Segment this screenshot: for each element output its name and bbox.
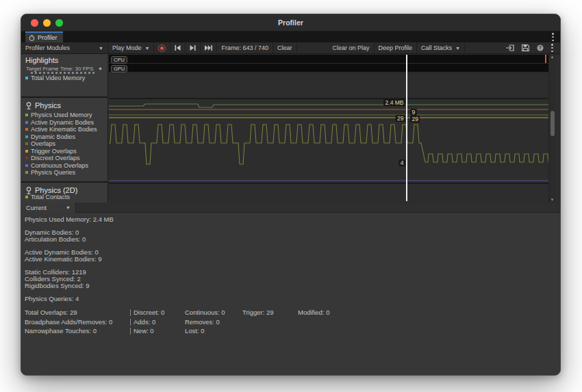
physics-title-label: Physics: [35, 101, 61, 109]
details-header: Current ▼: [21, 202, 560, 213]
target-frame-time-dropdown[interactable]: Target Frame Time: 30 FPS ▼: [21, 64, 107, 72]
clear-button-label: Clear: [277, 44, 292, 51]
load-profile-icon[interactable]: [506, 44, 514, 51]
legend-item-label: Physics Queries: [31, 169, 75, 176]
details-view-dropdown[interactable]: Current ▼: [21, 202, 76, 213]
profiler-window: Profiler Profiler Profiler Modules ▼ Pla…: [21, 14, 561, 376]
details-stat-line: Active Dynamic Bodies: 0: [25, 249, 560, 256]
table-column-divider: [130, 309, 131, 316]
details-stat-line: Articulation Bodies: 0: [25, 236, 560, 243]
legend-item[interactable]: Discreet Overlaps: [21, 155, 107, 162]
physics2d-icon: [25, 187, 32, 194]
clear-on-play-toggle[interactable]: Clear on Play: [329, 42, 375, 53]
legend-color-swatch: [25, 77, 28, 79]
frame-counter-label: Frame: 643 / 740: [221, 44, 268, 51]
last-frame-icon: [205, 45, 212, 51]
chart-vertical-scrollbar[interactable]: ▲ ▼: [548, 54, 555, 202]
chevron-down-icon: ▼: [66, 205, 71, 210]
legend-item-label: Continuous Overlaps: [31, 162, 88, 169]
record-button[interactable]: [154, 42, 170, 53]
call-stacks-label: Call Stacks: [421, 44, 452, 51]
cpu-row-badge: CPU: [111, 56, 127, 64]
play-mode-dropdown[interactable]: Play Mode ▼: [108, 42, 154, 53]
scrollbar-thumb[interactable]: [551, 111, 555, 136]
chart-plot-area[interactable]: CPU GPU 2.4 M: [109, 54, 548, 202]
legend-item[interactable]: Active Kinematic Bodies: [21, 126, 107, 133]
legend-item[interactable]: Physics Queries: [21, 169, 107, 177]
call-stacks-dropdown[interactable]: Call Stacks ▼: [417, 42, 465, 53]
tab-profiler[interactable]: Profiler: [25, 31, 63, 42]
next-frame-button[interactable]: [186, 42, 201, 53]
marker-memory: 2.4 MB: [383, 99, 405, 106]
previous-frame-icon: [175, 45, 181, 51]
details-stat-line: Physics Used Memory: 2.4 MB: [25, 216, 560, 223]
tab-context-menu-icon[interactable]: [552, 33, 554, 41]
legend-item[interactable]: Dynamic Bodies: [21, 133, 107, 141]
profiler-toolbar: Profiler Modules ▼ Play Mode ▼: [21, 42, 560, 54]
table-cell: Removes: 0: [185, 318, 220, 326]
legend-item[interactable]: Physics Used Memory: [21, 112, 107, 119]
details-stat-group: Dynamic Bodies: 0Articulation Bodies: 0: [25, 229, 560, 243]
physics-module-section: Physics Physics Used MemoryActive Dynami…: [21, 99, 107, 183]
clear-on-play-label: Clear on Play: [333, 44, 370, 51]
table-row-label: Broadphase Adds/Removes: 0: [25, 318, 112, 326]
highlights-module-section: Highlights Target Frame Time: 30 FPS ▼ T…: [21, 54, 107, 98]
table-cell: Modified: 0: [298, 309, 329, 316]
table-cell: Adds: 0: [134, 318, 155, 326]
physics-module-title[interactable]: Physics: [21, 99, 107, 109]
overlaps-table: Total Overlaps: 29Discreet: 0Continuous:…: [25, 309, 560, 337]
table-cell: Discreet: 0: [134, 309, 164, 316]
legend-item[interactable]: Trigger Overlaps: [21, 148, 107, 155]
next-frame-icon: [190, 45, 196, 51]
scroll-down-icon[interactable]: ▼: [549, 198, 555, 202]
details-stat-line: Rigidbodies Synced: 9: [25, 283, 560, 289]
clear-button[interactable]: Clear: [273, 42, 297, 53]
legend-color-swatch: [25, 150, 28, 153]
legend-item-label: Total Video Memory: [31, 75, 85, 81]
legend-item-total-video-memory[interactable]: Total Video Memory: [21, 75, 107, 82]
details-view-label: Current: [26, 205, 47, 211]
overlaps-table-row: Narrowphase Touches: 0New: 0Lost: 0: [25, 327, 560, 337]
deep-profile-toggle[interactable]: Deep Profile: [375, 42, 418, 53]
video-module-chart[interactable]: [109, 73, 548, 98]
toolbar-right-icons: ?: [502, 42, 560, 53]
selected-frame-line[interactable]: [406, 55, 407, 201]
window-title: Profiler: [21, 18, 560, 27]
physics2d-module-title[interactable]: Physics (2D): [21, 184, 107, 194]
profiler-modules-label: Profiler Modules: [25, 44, 70, 51]
physics2d-module-section: Physics (2D) Total Contacts: [21, 184, 107, 202]
save-profile-icon[interactable]: [522, 44, 529, 51]
legend-item-label: Dynamic Bodies: [31, 133, 75, 140]
cpu-highlight-row[interactable]: CPU: [109, 55, 548, 63]
highlights-module-title[interactable]: Highlights: [21, 54, 107, 64]
frame-counter: Frame: 643 / 740: [217, 42, 273, 53]
legend-item[interactable]: Active Dynamic Bodies: [21, 119, 107, 127]
table-row-label: Narrowphase Touches: 0: [25, 327, 97, 335]
legend-color-swatch: [25, 114, 28, 116]
legend-color-swatch: [25, 196, 28, 198]
details-body: Physics Used Memory: 2.4 MBDynamic Bodie…: [21, 213, 560, 376]
tab-label: Profiler: [38, 34, 58, 41]
legend-item-label: Overlaps: [31, 140, 55, 147]
legend-item-total-contacts[interactable]: Total Contacts: [21, 194, 107, 201]
module-details-panel: Current ▼ Physics Used Memory: 2.4 MBDyn…: [21, 202, 560, 376]
physics-module-chart[interactable]: [109, 99, 548, 183]
gpu-highlight-row[interactable]: GPU: [109, 64, 548, 72]
profiler-modules-dropdown[interactable]: Profiler Modules ▼: [21, 42, 108, 53]
physics2d-module-chart[interactable]: [109, 184, 548, 202]
table-cell: Trigger: 29: [242, 309, 274, 316]
scroll-up-icon[interactable]: ▲: [549, 55, 555, 59]
legend-item[interactable]: Continuous Overlaps: [21, 162, 107, 170]
legend-item[interactable]: Overlaps: [21, 140, 107, 148]
deep-profile-label: Deep Profile: [379, 44, 413, 51]
details-stat-line: Dynamic Bodies: 0: [25, 229, 560, 236]
window-titlebar[interactable]: Profiler: [21, 14, 560, 31]
previous-frame-button[interactable]: [170, 42, 186, 53]
chart-right-gutter: [555, 54, 560, 202]
marker-kinematic: 9: [410, 109, 417, 116]
current-frame-button[interactable]: [201, 42, 217, 53]
toolbar-context-menu-icon[interactable]: [551, 44, 553, 52]
table-cell: New: 0: [134, 327, 154, 335]
desktop-background: Profiler Profiler Profiler Modules ▼ Pla…: [0, 0, 582, 392]
help-icon[interactable]: ?: [537, 44, 544, 51]
